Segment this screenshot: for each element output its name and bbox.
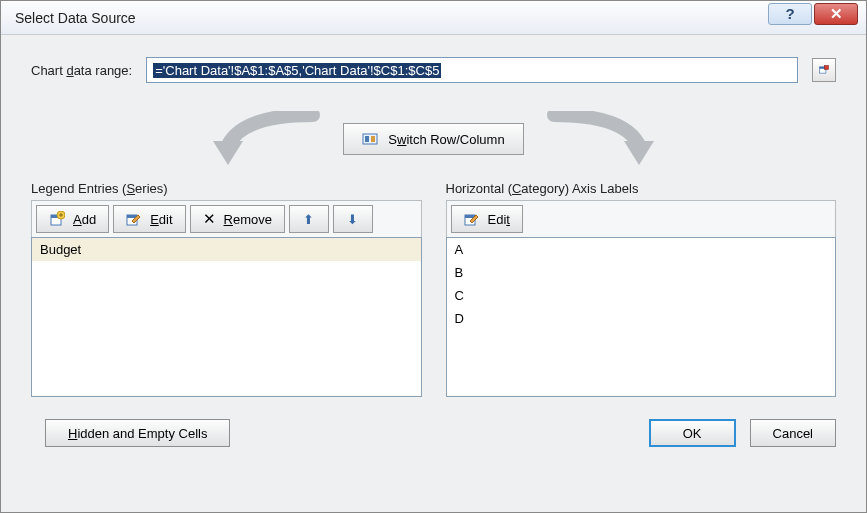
switch-row-column-label: Switch Row/Column [388, 132, 504, 147]
edit-icon [464, 211, 480, 227]
list-item[interactable]: D [447, 307, 836, 330]
svg-rect-2 [825, 66, 829, 70]
select-data-source-dialog: Select Data Source ? ✕ Chart data range:… [0, 0, 867, 513]
columns: Legend Entries (Series) Add [31, 181, 836, 397]
chart-data-range-input[interactable]: ='Chart Data'!$A$1:$A$5,'Chart Data'!$C$… [146, 57, 798, 83]
edit-axis-label: Edit [488, 212, 510, 227]
hidden-empty-cells-label: Hidden and Empty Cells [68, 426, 207, 441]
switch-row-column-button[interactable]: Switch Row/Column [343, 123, 523, 155]
arrow-down-icon: ⬇ [347, 212, 358, 227]
close-icon: ✕ [830, 5, 843, 23]
move-down-button[interactable]: ⬇ [333, 205, 373, 233]
move-up-button[interactable]: ⬆ [289, 205, 329, 233]
edit-icon [126, 211, 142, 227]
chart-data-range-label: Chart data range: [31, 63, 132, 78]
switch-icon [362, 131, 378, 147]
hidden-empty-cells-button[interactable]: Hidden and Empty Cells [45, 419, 230, 447]
edit-series-button[interactable]: Edit [113, 205, 185, 233]
arrow-left-icon [183, 111, 343, 167]
add-icon [49, 211, 65, 227]
remove-icon: ✕ [203, 210, 216, 228]
add-label: Add [73, 212, 96, 227]
arrow-right-icon [524, 111, 684, 167]
range-picker-icon [819, 62, 829, 78]
svg-rect-5 [365, 136, 369, 142]
chart-data-range-value: ='Chart Data'!$A$1:$A$5,'Chart Data'!$C$… [153, 63, 441, 78]
add-series-button[interactable]: Add [36, 205, 109, 233]
svg-marker-3 [213, 141, 243, 165]
axis-labels-list[interactable]: A B C D [446, 237, 837, 397]
legend-entries-label: Legend Entries (Series) [31, 181, 422, 196]
axis-labels-column: Horizontal (Category) Axis Labels Edit A… [446, 181, 837, 397]
dialog-title: Select Data Source [9, 10, 766, 26]
legend-series-list[interactable]: Budget [31, 237, 422, 397]
axis-toolbar: Edit [446, 200, 837, 237]
close-button[interactable]: ✕ [814, 3, 858, 25]
dialog-body: Chart data range: ='Chart Data'!$A$1:$A$… [1, 35, 866, 512]
ok-button[interactable]: OK [649, 419, 736, 447]
list-item[interactable]: B [447, 261, 836, 284]
svg-marker-7 [624, 141, 654, 165]
edit-series-label: Edit [150, 212, 172, 227]
chart-data-range-row: Chart data range: ='Chart Data'!$A$1:$A$… [31, 57, 836, 83]
list-item[interactable]: Budget [32, 238, 421, 261]
list-item[interactable]: C [447, 284, 836, 307]
remove-label: Remove [224, 212, 272, 227]
titlebar: Select Data Source ? ✕ [1, 1, 866, 35]
cancel-button[interactable]: Cancel [750, 419, 836, 447]
legend-entries-column: Legend Entries (Series) Add [31, 181, 422, 397]
svg-rect-6 [371, 136, 375, 142]
edit-axis-button[interactable]: Edit [451, 205, 523, 233]
switch-row-column-row: Switch Row/Column [31, 111, 836, 167]
help-icon: ? [785, 5, 794, 22]
help-button[interactable]: ? [768, 3, 812, 25]
dialog-footer: Hidden and Empty Cells OK Cancel [31, 419, 836, 447]
legend-toolbar: Add Edit ✕ Remove [31, 200, 422, 237]
range-picker-button[interactable] [812, 58, 836, 82]
list-item[interactable]: A [447, 238, 836, 261]
axis-labels-label: Horizontal (Category) Axis Labels [446, 181, 837, 196]
arrow-up-icon: ⬆ [303, 212, 314, 227]
remove-series-button[interactable]: ✕ Remove [190, 205, 285, 233]
